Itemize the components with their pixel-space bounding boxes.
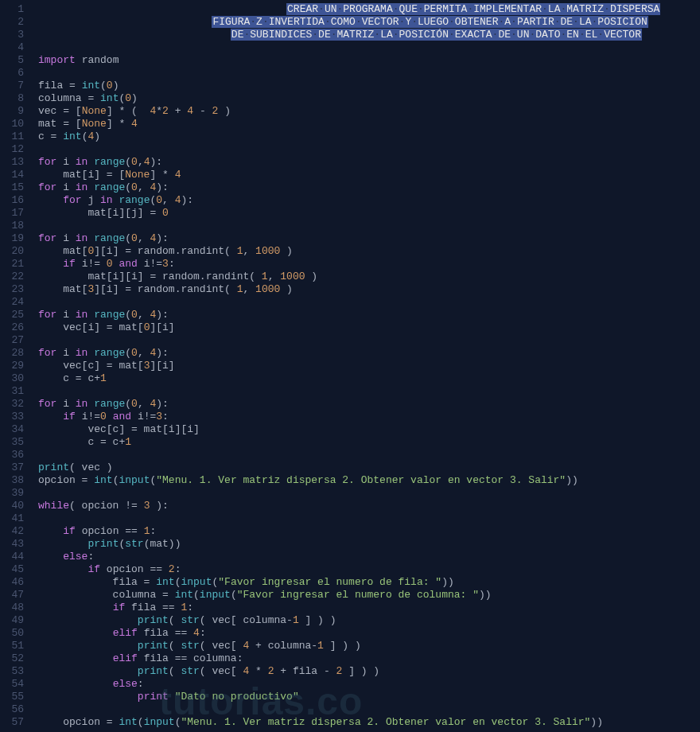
line-number: 49 bbox=[0, 614, 24, 627]
code-line[interactable]: else: bbox=[38, 678, 700, 691]
line-number: 40 bbox=[0, 500, 24, 512]
line-number: 48 bbox=[0, 602, 24, 614]
code-line[interactable]: elif fila == 4: bbox=[38, 627, 700, 640]
code-line[interactable] bbox=[38, 512, 700, 525]
line-number: 11 bbox=[0, 130, 24, 143]
code-line[interactable]: if fila == 1: bbox=[38, 602, 700, 614]
line-number: 13 bbox=[0, 156, 24, 169]
code-line[interactable]: opcion = int(input("Menu. 1. Ver matriz … bbox=[38, 474, 700, 487]
code-line[interactable]: while( opcion != 3 ): bbox=[38, 500, 700, 512]
code-line[interactable]: fila = int(input("Favor ingresar el nume… bbox=[38, 576, 700, 589]
code-line[interactable]: print(str(mat)) bbox=[38, 538, 700, 551]
code-line[interactable] bbox=[38, 449, 700, 461]
code-line[interactable]: elif fila == columna: bbox=[38, 652, 700, 665]
line-number: 20 bbox=[0, 245, 24, 258]
line-number: 26 bbox=[0, 321, 24, 334]
line-number: 17 bbox=[0, 207, 24, 220]
line-number: 54 bbox=[0, 678, 24, 691]
line-number: 43 bbox=[0, 538, 24, 551]
code-line[interactable]: c = c+1 bbox=[38, 436, 700, 449]
line-number: 3 bbox=[0, 29, 24, 41]
code-line[interactable]: for i in range(0, 4): bbox=[38, 398, 700, 411]
code-line[interactable]: mat[i][j] = 0 bbox=[38, 207, 700, 220]
code-line[interactable]: if opcion == 1: bbox=[38, 525, 700, 538]
code-line[interactable]: mat[i][i] = random.randint( 1, 1000 ) bbox=[38, 271, 700, 283]
code-line[interactable] bbox=[38, 385, 700, 398]
line-number: 47 bbox=[0, 589, 24, 602]
line-number: 57 bbox=[0, 716, 24, 729]
code-line[interactable]: else: bbox=[38, 551, 700, 563]
line-number: 34 bbox=[0, 423, 24, 436]
code-line[interactable]: for i in range(0, 4): bbox=[38, 309, 700, 321]
code-line[interactable] bbox=[38, 487, 700, 500]
code-line[interactable]: mat[3][i] = random.randint( 1, 1000 ) bbox=[38, 283, 700, 296]
code-line[interactable]: mat[i] = [None] * 4 bbox=[38, 169, 700, 181]
code-line[interactable]: for i in range(0, 4): bbox=[38, 181, 700, 194]
line-number: 22 bbox=[0, 271, 24, 283]
code-line[interactable] bbox=[38, 703, 700, 716]
code-line[interactable]: vec = [None] * ( 4*2 + 4 - 2 ) bbox=[38, 105, 700, 118]
code-editor[interactable]: 1 2 3 4 5 6 7 8 9 10 11 12 13 14 15 16 1… bbox=[0, 0, 700, 732]
line-number: 45 bbox=[0, 563, 24, 576]
line-number: 15 bbox=[0, 181, 24, 194]
line-number: 5 bbox=[0, 54, 24, 67]
code-line[interactable] bbox=[38, 296, 700, 309]
line-number: 10 bbox=[0, 118, 24, 130]
line-number: 24 bbox=[0, 296, 24, 309]
code-line[interactable]: vec[c] = mat[3][i] bbox=[38, 360, 700, 372]
line-number: 42 bbox=[0, 525, 24, 538]
code-line[interactable]: print( str( vec[ columna-1 ] ) ) bbox=[38, 614, 700, 627]
code-line[interactable]: FIGURA·Z·INVERTIDA·COMO·VECTOR·Y·LUEGO·O… bbox=[38, 16, 700, 29]
line-number: 50 bbox=[0, 627, 24, 640]
code-line[interactable]: columna = int(input("Favor ingresar el n… bbox=[38, 589, 700, 602]
code-line[interactable]: opcion = int(input("Menu. 1. Ver matriz … bbox=[38, 716, 700, 729]
code-line[interactable]: fila = int(0) bbox=[38, 80, 700, 92]
code-line[interactable]: CREAR·UN·PROGRAMA·QUE·PERMITA·IMPLEMENTA… bbox=[38, 3, 700, 16]
code-area[interactable]: CREAR·UN·PROGRAMA·QUE·PERMITA·IMPLEMENTA… bbox=[32, 0, 700, 732]
line-number: 9 bbox=[0, 105, 24, 118]
code-line[interactable]: import random bbox=[38, 54, 700, 67]
line-number: 32 bbox=[0, 398, 24, 411]
line-number: 21 bbox=[0, 258, 24, 271]
line-number: 41 bbox=[0, 512, 24, 525]
code-line[interactable]: print( str( vec[ 4 * 2 + fila - 2 ] ) ) bbox=[38, 665, 700, 678]
code-line[interactable]: print "Dato no productivo" bbox=[38, 691, 700, 703]
line-gutter: 1 2 3 4 5 6 7 8 9 10 11 12 13 14 15 16 1… bbox=[0, 0, 32, 732]
code-line[interactable]: c = c+1 bbox=[38, 372, 700, 385]
line-number: 19 bbox=[0, 232, 24, 245]
code-line[interactable]: print( vec ) bbox=[38, 461, 700, 474]
line-number: 31 bbox=[0, 385, 24, 398]
code-line[interactable]: vec[i] = mat[0][i] bbox=[38, 321, 700, 334]
code-line[interactable]: DE·SUBINDICES·DE·MATRIZ·LA·POSICIÓN·EXAC… bbox=[38, 29, 700, 41]
code-line[interactable]: mat[0][i] = random.randint( 1, 1000 ) bbox=[38, 245, 700, 258]
code-line[interactable] bbox=[38, 334, 700, 347]
code-line[interactable] bbox=[38, 67, 700, 80]
line-number: 4 bbox=[0, 41, 24, 54]
code-line[interactable]: if i!= 0 and i!=3: bbox=[38, 258, 700, 271]
code-line[interactable]: mat = [None] * 4 bbox=[38, 118, 700, 130]
line-number: 33 bbox=[0, 411, 24, 423]
code-line[interactable]: if i!=0 and i!=3: bbox=[38, 411, 700, 423]
code-line[interactable]: for i in range(0, 4): bbox=[38, 232, 700, 245]
line-number: 1 bbox=[0, 3, 24, 16]
line-number: 37 bbox=[0, 461, 24, 474]
line-number: 29 bbox=[0, 360, 24, 372]
code-line[interactable]: columna = int(0) bbox=[38, 92, 700, 105]
code-line[interactable]: print( str( vec[ 4 + columna-1 ] ) ) bbox=[38, 640, 700, 652]
line-number: 23 bbox=[0, 283, 24, 296]
code-line[interactable] bbox=[38, 41, 700, 54]
line-number: 30 bbox=[0, 372, 24, 385]
code-line[interactable]: for i in range(0, 4): bbox=[38, 347, 700, 360]
line-number: 7 bbox=[0, 80, 24, 92]
line-number: 39 bbox=[0, 487, 24, 500]
code-line[interactable]: for j in range(0, 4): bbox=[38, 194, 700, 207]
code-line[interactable]: if opcion == 2: bbox=[38, 563, 700, 576]
code-line[interactable]: vec[c] = mat[i][i] bbox=[38, 423, 700, 436]
code-line[interactable]: c = int(4) bbox=[38, 130, 700, 143]
line-number: 28 bbox=[0, 347, 24, 360]
code-line[interactable]: for i in range(0,4): bbox=[38, 156, 700, 169]
code-line[interactable] bbox=[38, 143, 700, 156]
line-number: 12 bbox=[0, 143, 24, 156]
code-line[interactable] bbox=[38, 220, 700, 232]
line-number: 35 bbox=[0, 436, 24, 449]
